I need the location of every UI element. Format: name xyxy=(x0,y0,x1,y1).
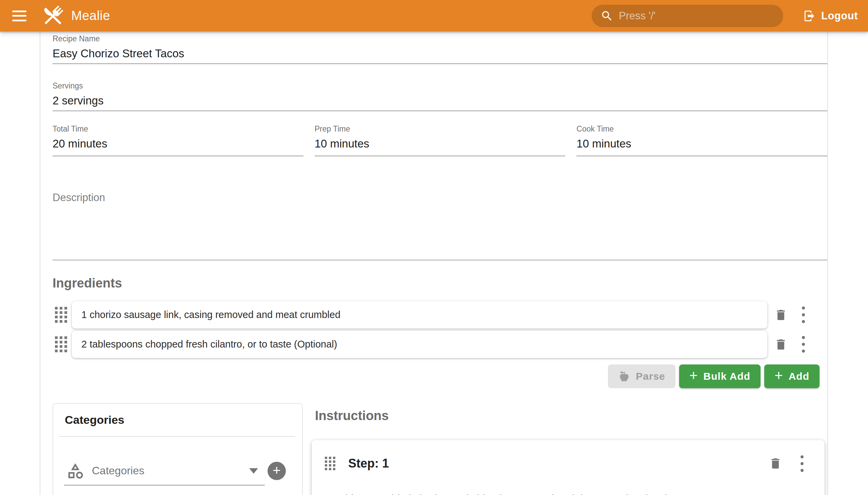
categories-card-title: Categories xyxy=(65,413,302,427)
delete-ingredient-button[interactable] xyxy=(774,308,788,322)
description-label: Description xyxy=(53,191,827,204)
prep-time-value[interactable]: 10 minutes xyxy=(314,136,565,151)
add-button[interactable]: + Add xyxy=(764,364,819,388)
prep-time-field[interactable]: Prep Time 10 minutes xyxy=(314,124,565,156)
ingredient-row: 1 chorizo sausage link, casing removed a… xyxy=(53,302,827,328)
step-menu-kebab-icon[interactable] xyxy=(798,455,806,472)
cook-time-label: Cook Time xyxy=(576,124,827,134)
plus-icon: + xyxy=(689,369,698,383)
parse-label: Parse xyxy=(636,371,665,382)
ingredients-heading: Ingredients xyxy=(53,276,827,291)
add-category-button[interactable]: + xyxy=(268,462,286,480)
trash-icon xyxy=(774,338,788,351)
description-textarea[interactable]: Description xyxy=(53,191,827,260)
logout-icon xyxy=(803,10,816,22)
instruction-step-card: Step: 1 Combine crumbled chorizo and chi… xyxy=(311,440,824,495)
apple-icon xyxy=(618,370,630,382)
bulk-add-label: Bulk Add xyxy=(703,371,751,382)
servings-value[interactable]: 2 servings xyxy=(53,93,827,108)
servings-field[interactable]: Servings 2 servings xyxy=(53,81,827,111)
logout-button[interactable]: Logout xyxy=(800,10,861,22)
add-label: Add xyxy=(789,371,809,382)
hamburger-menu-icon[interactable] xyxy=(12,11,27,21)
total-time-field[interactable]: Total Time 20 minutes xyxy=(53,124,304,156)
app-title: Mealie xyxy=(71,8,110,23)
search-input[interactable]: Press '/' xyxy=(592,5,783,27)
total-time-label: Total Time xyxy=(53,124,304,134)
recipe-name-value[interactable]: Easy Chorizo Street Tacos xyxy=(53,46,827,61)
plus-icon: + xyxy=(273,463,280,477)
ingredient-input[interactable]: 1 chorizo sausage link, casing removed a… xyxy=(72,302,767,328)
mealie-logo-icon xyxy=(40,3,66,29)
plus-icon: + xyxy=(775,369,783,383)
ingredient-input[interactable]: 2 tablespoons chopped fresh cilantro, or… xyxy=(72,331,767,358)
bulk-add-button[interactable]: + Bulk Add xyxy=(679,364,761,388)
prep-time-label: Prep Time xyxy=(314,124,565,134)
search-placeholder: Press '/' xyxy=(619,10,656,22)
step-title: Step: 1 xyxy=(348,456,389,471)
instructions-heading: Instructions xyxy=(315,409,827,423)
divider xyxy=(59,436,295,437)
chevron-down-icon[interactable] xyxy=(249,468,258,474)
logout-label: Logout xyxy=(821,10,858,22)
app-bar: Mealie Press '/' Logout xyxy=(0,0,868,32)
categories-card: Categories Categories + xyxy=(53,403,303,495)
ingredient-menu-kebab-icon[interactable] xyxy=(799,336,807,353)
drag-handle-icon[interactable] xyxy=(55,336,67,352)
categories-select[interactable]: Categories + xyxy=(66,462,286,480)
parse-button[interactable]: Parse xyxy=(608,364,676,388)
drag-handle-icon[interactable] xyxy=(55,307,67,323)
search-icon xyxy=(600,10,613,22)
cook-time-value[interactable]: 10 minutes xyxy=(576,136,827,151)
categories-select-label: Categories xyxy=(92,464,249,477)
total-time-value[interactable]: 20 minutes xyxy=(53,136,304,151)
trash-icon xyxy=(769,457,782,470)
drag-handle-icon[interactable] xyxy=(325,457,335,470)
select-underline xyxy=(64,485,265,485)
delete-ingredient-button[interactable] xyxy=(774,338,788,351)
recipe-name-label: Recipe Name xyxy=(53,34,827,44)
ingredient-menu-kebab-icon[interactable] xyxy=(799,307,807,323)
delete-step-button[interactable] xyxy=(769,457,782,470)
ingredient-row: 2 tablespoons chopped fresh cilantro, or… xyxy=(53,331,827,358)
recipe-editor: Recipe Name Easy Chorizo Street Tacos Se… xyxy=(40,32,828,495)
recipe-name-field[interactable]: Recipe Name Easy Chorizo Street Tacos xyxy=(53,34,827,64)
step-text-input[interactable]: Combine crumbled chorizo and chipotle pe… xyxy=(323,493,814,495)
servings-label: Servings xyxy=(53,81,827,90)
cook-time-field[interactable]: Cook Time 10 minutes xyxy=(576,124,827,156)
shapes-icon xyxy=(66,462,84,480)
trash-icon xyxy=(774,308,788,322)
